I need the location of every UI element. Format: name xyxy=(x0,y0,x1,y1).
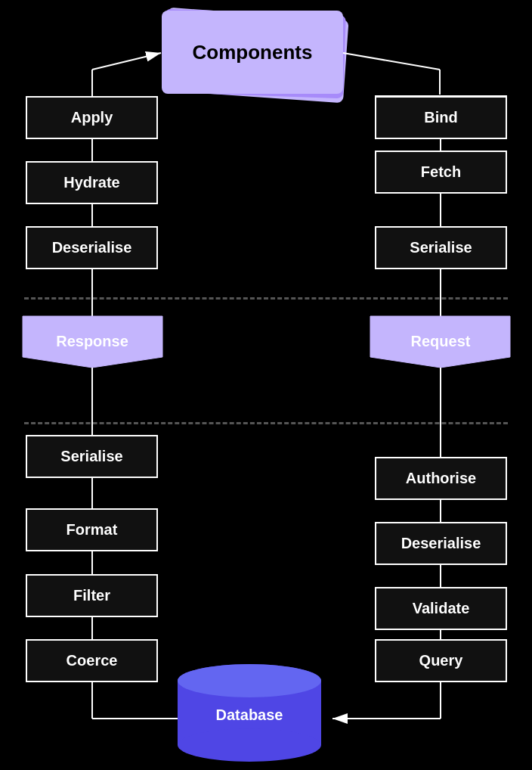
box-serialise-right: Serialise xyxy=(375,226,507,269)
box-fetch: Fetch xyxy=(375,151,507,194)
dashed-line-bottom xyxy=(24,422,508,424)
svg-rect-29 xyxy=(178,681,321,745)
svg-text:Request: Request xyxy=(411,333,471,349)
components-card: Components xyxy=(162,11,343,94)
svg-marker-12 xyxy=(23,316,162,368)
svg-point-28 xyxy=(178,664,321,697)
box-deserialise-right: Deserialise xyxy=(375,522,507,565)
svg-line-2 xyxy=(92,53,161,70)
box-deserialise-left: Deserialise xyxy=(26,226,158,269)
svg-text:Database: Database xyxy=(216,706,283,723)
svg-line-5 xyxy=(343,53,440,70)
box-query: Query xyxy=(375,639,507,682)
box-apply: Apply xyxy=(26,96,158,139)
box-format: Format xyxy=(26,508,158,551)
diagram: Components Apply Hydrate Deserialise Bin… xyxy=(0,0,532,770)
box-hydrate: Hydrate xyxy=(26,161,158,204)
svg-marker-14 xyxy=(370,316,510,368)
dashed-line-top xyxy=(24,297,508,300)
svg-point-30 xyxy=(178,728,321,762)
box-serialise-left: Serialise xyxy=(26,435,158,478)
svg-text:Response: Response xyxy=(56,333,128,349)
box-coerce: Coerce xyxy=(26,639,158,682)
box-authorise: Authorise xyxy=(375,457,507,500)
box-validate: Validate xyxy=(375,587,507,630)
box-filter: Filter xyxy=(26,574,158,617)
components-label: Components xyxy=(193,41,313,64)
svg-point-31 xyxy=(178,664,321,697)
box-bind: Bind xyxy=(375,96,507,139)
